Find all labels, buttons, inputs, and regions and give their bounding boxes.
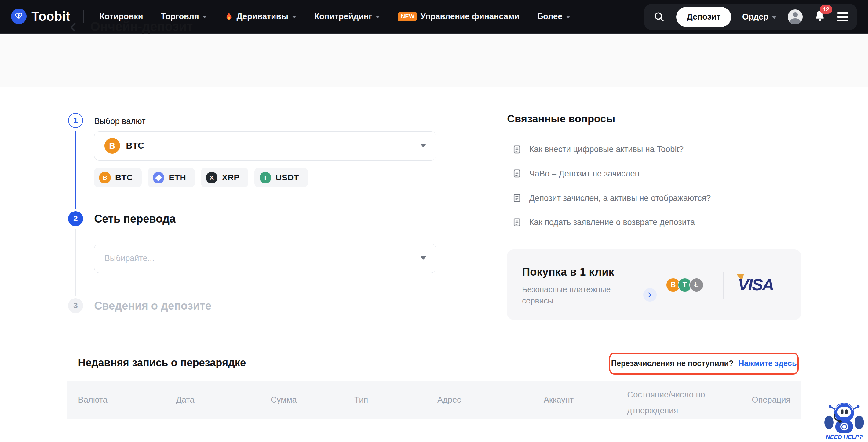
column-currency: Валюта: [78, 395, 107, 405]
user-avatar[interactable]: [788, 9, 803, 24]
deposit-button[interactable]: Депозит: [676, 7, 731, 27]
usdt-coin-icon: T: [259, 172, 271, 184]
fire-icon: [225, 11, 233, 21]
btc-coin-icon: B: [99, 172, 111, 184]
step-1-label: Выбор валют: [94, 116, 145, 126]
menu-item-derivatives[interactable]: Деривативы: [225, 11, 296, 21]
brand-logo[interactable]: Toobit: [11, 8, 70, 24]
menu-label: Деривативы: [237, 11, 288, 21]
chevron-down-icon: [421, 144, 426, 148]
chip-label: BTC: [115, 173, 133, 183]
document-icon: [512, 145, 522, 154]
btc-coin-icon: B: [104, 138, 120, 154]
chip-eth[interactable]: ETH: [148, 167, 195, 187]
document-icon: [512, 193, 522, 203]
menu-label: Более: [537, 11, 563, 21]
avatar-head: [793, 12, 798, 17]
network-select[interactable]: Выбирайте...: [94, 244, 436, 273]
step-2-label: Сеть перевода: [94, 213, 176, 225]
page-header-band: [0, 35, 868, 87]
chip-xrp[interactable]: X XRP: [201, 167, 249, 187]
chevron-down-icon: [421, 256, 426, 260]
page-title: Ончейн-депозит: [90, 19, 193, 34]
eth-coin-icon: [153, 172, 164, 184]
avatar-shoulders: [790, 18, 800, 24]
order-dropdown[interactable]: Ордер: [742, 12, 777, 22]
faq-link-label: Как внести цифровые активы на Toobit?: [529, 145, 684, 154]
notice-question: Перезачисления не поступили?: [611, 359, 734, 368]
column-date: Дата: [176, 395, 194, 405]
quick-currency-chips: B BTC ETH X XRP T USDT: [94, 167, 308, 187]
column-type: Тип: [354, 395, 368, 405]
promo-chevron-button[interactable]: [643, 288, 657, 302]
faq-link-label: Депозит зачислен, а активы не отображают…: [529, 193, 711, 203]
selected-currency: BTC: [126, 141, 144, 151]
step-connector-active: [75, 131, 76, 209]
notification-count-badge: 12: [820, 5, 832, 13]
page: Toobit Котировки Торговля Деривативы Коп…: [0, 0, 868, 442]
xrp-coin-icon: X: [206, 172, 217, 184]
promo-divider: [723, 272, 723, 299]
chevron-down-icon: [566, 15, 570, 18]
notifications-bell[interactable]: 12: [814, 10, 826, 24]
step-2-indicator: 2: [68, 211, 83, 226]
new-badge: NEW: [398, 11, 417, 21]
order-label: Ордер: [742, 12, 769, 22]
menu-item-wealth[interactable]: NEW Управление финансами: [398, 11, 519, 21]
missing-deposit-notice: Перезачисления не поступили? Нажмите зде…: [609, 353, 799, 375]
robot-mascot-icon: [823, 400, 865, 434]
promo-subtitle: Безопасные платежные сервисы: [522, 284, 622, 307]
menu-item-more[interactable]: Более: [537, 11, 570, 21]
menu-label: Управление финансами: [421, 11, 520, 21]
chip-label: ETH: [169, 173, 186, 183]
chevron-down-icon: [772, 16, 777, 19]
brand-name: Toobit: [31, 9, 70, 24]
column-account: Аккаунт: [544, 395, 574, 405]
column-address: Адрес: [437, 395, 461, 405]
column-status-confirmations: Состояние/число по дтверждения: [627, 387, 719, 418]
faq-link-assets-missing[interactable]: Депозит зачислен, а активы не отображают…: [512, 193, 711, 203]
faq-link-refund[interactable]: Как подать заявление о возврате депозита: [512, 217, 695, 227]
faq-link-label: Как подать заявление о возврате депозита: [529, 217, 695, 227]
need-help-label: NEED HELP?: [823, 434, 865, 440]
menu-item-copytrading[interactable]: Копитрейдинг: [314, 11, 380, 21]
currency-select[interactable]: B BTC: [94, 131, 436, 161]
step-connector-inactive: [75, 229, 76, 296]
promo-coin-icons: B T Ł: [666, 278, 703, 292]
faq-link-not-credited[interactable]: ЧаВо – Депозит не зачислен: [512, 169, 640, 179]
visa-logo: VISA: [738, 275, 773, 294]
chip-btc[interactable]: B BTC: [94, 167, 142, 187]
menu-label: Копитрейдинг: [314, 11, 372, 21]
chip-usdt[interactable]: T USDT: [254, 167, 308, 187]
hamburger-menu-icon[interactable]: [837, 12, 848, 21]
chevron-right-icon: [647, 292, 653, 298]
promo-title: Покупка в 1 клик: [522, 265, 614, 278]
one-click-buy-card[interactable]: Покупка в 1 клик Безопасные платежные се…: [507, 249, 801, 320]
document-icon: [512, 169, 522, 178]
network-placeholder: Выбирайте...: [104, 253, 155, 263]
recent-records-title: Недавняя запись о перезарядке: [78, 357, 246, 369]
faq-link-label: ЧаВо – Депозит не зачислен: [529, 169, 640, 179]
chevron-down-icon: [292, 15, 297, 18]
chevron-down-icon: [375, 15, 380, 18]
toobit-logo-icon: [11, 8, 27, 24]
notice-click-here-link[interactable]: Нажмите здесь: [739, 359, 797, 368]
faq-title: Связанные вопросы: [507, 113, 615, 125]
faq-link-deposit-how[interactable]: Как внести цифровые активы на Toobit?: [512, 145, 684, 154]
chip-label: USDT: [276, 173, 299, 183]
nav-divider: [83, 10, 84, 23]
ltc-coin-icon: Ł: [689, 278, 704, 292]
column-amount: Сумма: [271, 395, 297, 405]
help-chatbot-button[interactable]: NEED HELP?: [823, 400, 865, 440]
step-3-indicator: 3: [68, 298, 83, 313]
back-button[interactable]: [67, 21, 80, 33]
chevron-down-icon: [202, 15, 207, 18]
document-icon: [512, 218, 522, 227]
step-1-indicator: 1: [68, 113, 83, 128]
nav-actions: Депозит Ордер 12: [644, 4, 857, 30]
search-icon[interactable]: [653, 11, 665, 23]
column-operation: Операция: [752, 395, 791, 405]
records-table-header: Валюта Дата Сумма Тип Адрес Аккаунт Сост…: [67, 381, 801, 419]
step-3-label: Сведения о депозите: [94, 299, 211, 312]
chip-label: XRP: [222, 173, 240, 183]
